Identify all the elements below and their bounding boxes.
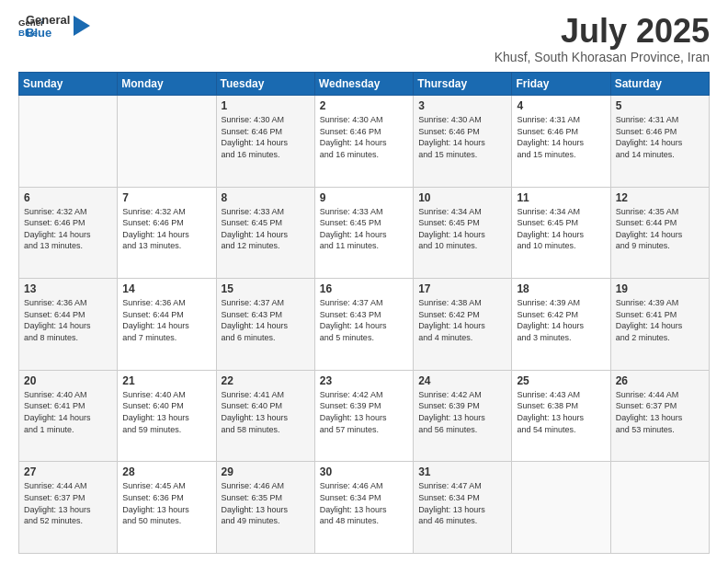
calendar-cell: 14Sunrise: 4:36 AM Sunset: 6:44 PM Dayli… xyxy=(118,279,216,371)
calendar-cell: 1Sunrise: 4:30 AM Sunset: 6:46 PM Daylig… xyxy=(216,96,314,188)
calendar-cell: 26Sunrise: 4:44 AM Sunset: 6:37 PM Dayli… xyxy=(610,370,709,462)
day-info: Sunrise: 4:30 AM Sunset: 6:46 PM Dayligh… xyxy=(320,114,408,160)
day-number: 18 xyxy=(517,282,605,295)
calendar-week-4: 20Sunrise: 4:40 AM Sunset: 6:41 PM Dayli… xyxy=(19,370,710,462)
day-number: 28 xyxy=(122,465,210,478)
calendar-cell: 29Sunrise: 4:46 AM Sunset: 6:35 PM Dayli… xyxy=(216,462,314,554)
day-number: 26 xyxy=(616,374,704,387)
header-wednesday: Wednesday xyxy=(314,73,413,96)
calendar-cell: 31Sunrise: 4:47 AM Sunset: 6:34 PM Dayli… xyxy=(414,462,512,554)
calendar-header-row: Sunday Monday Tuesday Wednesday Thursday… xyxy=(19,73,710,96)
calendar-cell: 5Sunrise: 4:31 AM Sunset: 6:46 PM Daylig… xyxy=(610,96,709,188)
logo-arrow xyxy=(74,16,90,36)
day-info: Sunrise: 4:40 AM Sunset: 6:40 PM Dayligh… xyxy=(122,389,210,435)
day-number: 20 xyxy=(24,374,112,387)
day-info: Sunrise: 4:38 AM Sunset: 6:42 PM Dayligh… xyxy=(418,297,506,343)
calendar-week-1: 1Sunrise: 4:30 AM Sunset: 6:46 PM Daylig… xyxy=(19,96,710,188)
day-info: Sunrise: 4:31 AM Sunset: 6:46 PM Dayligh… xyxy=(517,114,605,160)
day-info: Sunrise: 4:31 AM Sunset: 6:46 PM Dayligh… xyxy=(616,114,704,160)
day-info: Sunrise: 4:32 AM Sunset: 6:46 PM Dayligh… xyxy=(24,206,112,252)
day-info: Sunrise: 4:35 AM Sunset: 6:44 PM Dayligh… xyxy=(616,206,704,252)
day-number: 25 xyxy=(517,374,605,387)
day-number: 10 xyxy=(418,191,506,204)
day-info: Sunrise: 4:41 AM Sunset: 6:40 PM Dayligh… xyxy=(222,389,310,435)
day-info: Sunrise: 4:30 AM Sunset: 6:46 PM Dayligh… xyxy=(222,114,310,160)
day-number: 24 xyxy=(418,374,506,387)
day-info: Sunrise: 4:37 AM Sunset: 6:43 PM Dayligh… xyxy=(320,297,408,343)
day-info: Sunrise: 4:30 AM Sunset: 6:46 PM Dayligh… xyxy=(418,114,506,160)
calendar-cell: 4Sunrise: 4:31 AM Sunset: 6:46 PM Daylig… xyxy=(512,96,610,188)
day-number: 27 xyxy=(24,465,112,478)
logo-blue: Blue xyxy=(26,27,70,40)
calendar-cell xyxy=(19,96,118,188)
calendar-week-5: 27Sunrise: 4:44 AM Sunset: 6:37 PM Dayli… xyxy=(19,462,710,554)
calendar-cell: 28Sunrise: 4:45 AM Sunset: 6:36 PM Dayli… xyxy=(118,462,216,554)
svg-marker-4 xyxy=(74,16,90,36)
day-number: 4 xyxy=(517,99,605,112)
title-block: July 2025 Khusf, South Khorasan Province… xyxy=(495,15,710,64)
day-info: Sunrise: 4:44 AM Sunset: 6:37 PM Dayligh… xyxy=(616,389,704,435)
header: General Blue General Blue July 2025 Khus… xyxy=(18,15,710,64)
day-info: Sunrise: 4:45 AM Sunset: 6:36 PM Dayligh… xyxy=(122,480,210,526)
calendar-cell: 10Sunrise: 4:34 AM Sunset: 6:45 PM Dayli… xyxy=(414,187,512,279)
calendar-cell: 7Sunrise: 4:32 AM Sunset: 6:46 PM Daylig… xyxy=(118,187,216,279)
day-number: 31 xyxy=(418,465,506,478)
day-info: Sunrise: 4:43 AM Sunset: 6:38 PM Dayligh… xyxy=(517,389,605,435)
day-info: Sunrise: 4:36 AM Sunset: 6:44 PM Dayligh… xyxy=(24,297,112,343)
calendar-cell: 20Sunrise: 4:40 AM Sunset: 6:41 PM Dayli… xyxy=(19,370,118,462)
day-info: Sunrise: 4:39 AM Sunset: 6:42 PM Dayligh… xyxy=(517,297,605,343)
calendar-cell: 9Sunrise: 4:33 AM Sunset: 6:45 PM Daylig… xyxy=(314,187,413,279)
day-info: Sunrise: 4:44 AM Sunset: 6:37 PM Dayligh… xyxy=(24,480,112,526)
calendar-cell: 27Sunrise: 4:44 AM Sunset: 6:37 PM Dayli… xyxy=(19,462,118,554)
day-info: Sunrise: 4:47 AM Sunset: 6:34 PM Dayligh… xyxy=(418,480,506,526)
day-info: Sunrise: 4:34 AM Sunset: 6:45 PM Dayligh… xyxy=(418,206,506,252)
calendar-cell xyxy=(610,462,709,554)
day-info: Sunrise: 4:39 AM Sunset: 6:41 PM Dayligh… xyxy=(616,297,704,343)
day-number: 17 xyxy=(418,282,506,295)
day-info: Sunrise: 4:34 AM Sunset: 6:45 PM Dayligh… xyxy=(517,206,605,252)
day-info: Sunrise: 4:37 AM Sunset: 6:43 PM Dayligh… xyxy=(222,297,310,343)
calendar-cell: 8Sunrise: 4:33 AM Sunset: 6:45 PM Daylig… xyxy=(216,187,314,279)
calendar-cell: 15Sunrise: 4:37 AM Sunset: 6:43 PM Dayli… xyxy=(216,279,314,371)
calendar-cell: 22Sunrise: 4:41 AM Sunset: 6:40 PM Dayli… xyxy=(216,370,314,462)
day-number: 9 xyxy=(320,191,408,204)
header-thursday: Thursday xyxy=(414,73,512,96)
calendar-cell: 16Sunrise: 4:37 AM Sunset: 6:43 PM Dayli… xyxy=(314,279,413,371)
calendar-table: Sunday Monday Tuesday Wednesday Thursday… xyxy=(18,72,710,554)
logo: General Blue General Blue xyxy=(18,15,90,40)
day-number: 7 xyxy=(122,191,210,204)
day-number: 3 xyxy=(418,99,506,112)
day-number: 22 xyxy=(222,374,310,387)
calendar-week-3: 13Sunrise: 4:36 AM Sunset: 6:44 PM Dayli… xyxy=(19,279,710,371)
page: General Blue General Blue July 2025 Khus… xyxy=(0,0,728,563)
day-number: 11 xyxy=(517,191,605,204)
day-info: Sunrise: 4:32 AM Sunset: 6:46 PM Dayligh… xyxy=(122,206,210,252)
day-info: Sunrise: 4:46 AM Sunset: 6:35 PM Dayligh… xyxy=(222,480,310,526)
header-friday: Friday xyxy=(512,73,610,96)
calendar-week-2: 6Sunrise: 4:32 AM Sunset: 6:46 PM Daylig… xyxy=(19,187,710,279)
day-info: Sunrise: 4:33 AM Sunset: 6:45 PM Dayligh… xyxy=(222,206,310,252)
day-number: 29 xyxy=(222,465,310,478)
day-number: 5 xyxy=(616,99,704,112)
header-monday: Monday xyxy=(118,73,216,96)
month-title: July 2025 xyxy=(495,15,710,48)
day-number: 6 xyxy=(24,191,112,204)
calendar-cell: 19Sunrise: 4:39 AM Sunset: 6:41 PM Dayli… xyxy=(610,279,709,371)
day-info: Sunrise: 4:33 AM Sunset: 6:45 PM Dayligh… xyxy=(320,206,408,252)
day-number: 8 xyxy=(222,191,310,204)
day-number: 13 xyxy=(24,282,112,295)
day-number: 1 xyxy=(222,99,310,112)
day-number: 14 xyxy=(122,282,210,295)
calendar-cell: 2Sunrise: 4:30 AM Sunset: 6:46 PM Daylig… xyxy=(314,96,413,188)
calendar-cell: 21Sunrise: 4:40 AM Sunset: 6:40 PM Dayli… xyxy=(118,370,216,462)
header-saturday: Saturday xyxy=(610,73,709,96)
day-number: 21 xyxy=(122,374,210,387)
calendar-cell: 18Sunrise: 4:39 AM Sunset: 6:42 PM Dayli… xyxy=(512,279,610,371)
calendar-cell: 13Sunrise: 4:36 AM Sunset: 6:44 PM Dayli… xyxy=(19,279,118,371)
calendar-cell xyxy=(118,96,216,188)
day-number: 16 xyxy=(320,282,408,295)
calendar-cell: 25Sunrise: 4:43 AM Sunset: 6:38 PM Dayli… xyxy=(512,370,610,462)
calendar-cell: 11Sunrise: 4:34 AM Sunset: 6:45 PM Dayli… xyxy=(512,187,610,279)
day-info: Sunrise: 4:46 AM Sunset: 6:34 PM Dayligh… xyxy=(320,480,408,526)
calendar-cell: 30Sunrise: 4:46 AM Sunset: 6:34 PM Dayli… xyxy=(314,462,413,554)
